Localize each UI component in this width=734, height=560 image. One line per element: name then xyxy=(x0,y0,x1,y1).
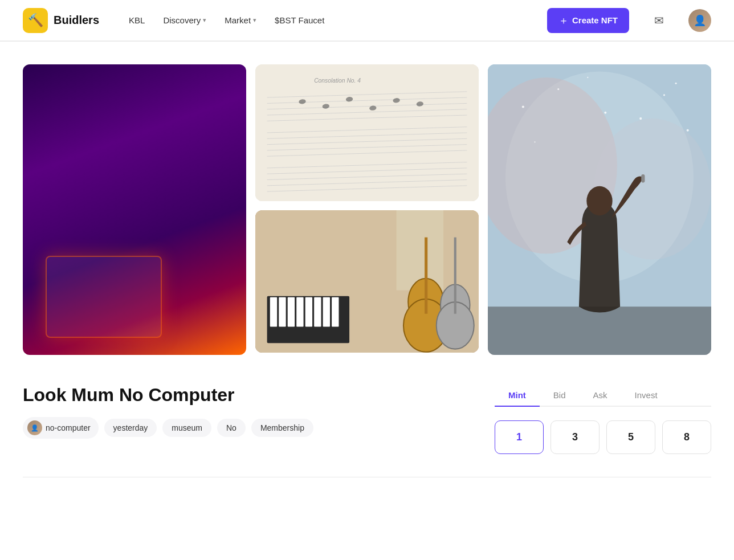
mint-panel: Mint Bid Ask Invest 1 3 5 8 xyxy=(495,385,711,454)
nav-kbl[interactable]: KBL xyxy=(129,15,145,25)
create-nft-button[interactable]: ＋ Create NFT xyxy=(547,8,629,33)
dj-image-content xyxy=(23,64,246,355)
logo-icon: 🔨 xyxy=(23,8,48,33)
tag-membership[interactable]: Membership xyxy=(251,419,313,437)
svg-rect-24 xyxy=(397,210,444,290)
tab-bid[interactable]: Bid xyxy=(540,385,580,407)
creator-avatar: 👤 xyxy=(27,420,42,435)
svg-rect-33 xyxy=(332,297,339,327)
svg-point-47 xyxy=(663,94,665,96)
qty-btn-1[interactable]: 1 xyxy=(495,420,544,454)
tag-museum[interactable]: museum xyxy=(162,419,211,437)
tag-no-label: No xyxy=(226,423,236,432)
nav-discovery[interactable]: Discovery ▾ xyxy=(163,15,206,25)
logo[interactable]: 🔨 Buidlers xyxy=(23,8,99,33)
svg-point-51 xyxy=(639,117,642,120)
gallery-image-concert xyxy=(488,64,711,355)
qty-btn-5[interactable]: 5 xyxy=(606,420,655,454)
plus-icon: ＋ xyxy=(558,14,569,27)
svg-point-45 xyxy=(557,88,559,90)
svg-rect-28 xyxy=(288,297,295,327)
tab-mint[interactable]: Mint xyxy=(495,385,540,407)
bottom-divider xyxy=(23,477,711,477)
tag-creator-label: no-computer xyxy=(46,423,91,432)
tag-yesterday[interactable]: yesterday xyxy=(104,419,157,437)
mail-icon[interactable]: ✉ xyxy=(647,9,670,32)
svg-point-48 xyxy=(687,129,689,132)
mint-tabs: Mint Bid Ask Invest xyxy=(495,385,711,407)
gallery-image-sheet: Consolation No. 4 xyxy=(255,64,479,201)
svg-rect-36 xyxy=(425,238,427,314)
svg-rect-30 xyxy=(305,297,312,327)
svg-point-49 xyxy=(587,77,588,78)
discovery-chevron-icon: ▾ xyxy=(203,17,206,24)
guitar-image-content xyxy=(255,210,479,353)
tag-no[interactable]: No xyxy=(217,419,246,437)
logo-emoji: 🔨 xyxy=(28,13,43,28)
gallery: Consolation No. 4 xyxy=(0,42,734,362)
qty-btn-3[interactable]: 3 xyxy=(550,420,600,454)
concert-image-content xyxy=(488,64,711,355)
svg-rect-54 xyxy=(641,174,645,182)
nav-faucet[interactable]: $BST Faucet xyxy=(275,15,324,25)
logo-text: Buidlers xyxy=(54,14,99,27)
content-area: Look Mum No Computer 👤 no-computer yeste… xyxy=(0,362,734,477)
svg-text:Consolation No. 4: Consolation No. 4 xyxy=(314,77,361,84)
tag-yesterday-label: yesterday xyxy=(113,423,148,432)
svg-point-50 xyxy=(534,141,535,142)
tab-ask[interactable]: Ask xyxy=(580,385,621,407)
tag-museum-label: museum xyxy=(172,423,202,432)
svg-rect-27 xyxy=(279,297,286,327)
nft-title: Look Mum No Computer xyxy=(23,385,472,406)
gallery-image-guitar xyxy=(255,210,479,353)
svg-point-52 xyxy=(675,83,677,84)
tab-invest[interactable]: Invest xyxy=(621,385,671,407)
qty-btn-8[interactable]: 8 xyxy=(662,420,711,454)
sheet-image-content: Consolation No. 4 xyxy=(255,64,479,201)
svg-rect-26 xyxy=(270,297,277,327)
tag-membership-label: Membership xyxy=(260,423,304,432)
svg-point-44 xyxy=(522,105,524,108)
gallery-image-dj xyxy=(23,64,246,355)
nav-market[interactable]: Market ▾ xyxy=(225,15,256,25)
tag-creator[interactable]: 👤 no-computer xyxy=(23,417,99,439)
svg-rect-32 xyxy=(323,297,330,327)
svg-rect-55 xyxy=(488,306,711,355)
tags-list: 👤 no-computer yesterday museum No Member… xyxy=(23,417,472,439)
gallery-col-mid: Consolation No. 4 xyxy=(255,64,479,353)
svg-rect-39 xyxy=(454,238,456,314)
svg-point-46 xyxy=(604,112,606,114)
svg-point-53 xyxy=(586,186,612,216)
svg-rect-31 xyxy=(314,297,321,327)
quantity-grid: 1 3 5 8 xyxy=(495,420,711,454)
market-chevron-icon: ▾ xyxy=(253,17,256,24)
content-left: Look Mum No Computer 👤 no-computer yeste… xyxy=(23,385,472,454)
user-avatar[interactable]: 👤 xyxy=(688,9,711,32)
svg-rect-29 xyxy=(296,297,303,327)
navbar: 🔨 Buidlers KBL Discovery ▾ Market ▾ $BST… xyxy=(0,0,734,41)
